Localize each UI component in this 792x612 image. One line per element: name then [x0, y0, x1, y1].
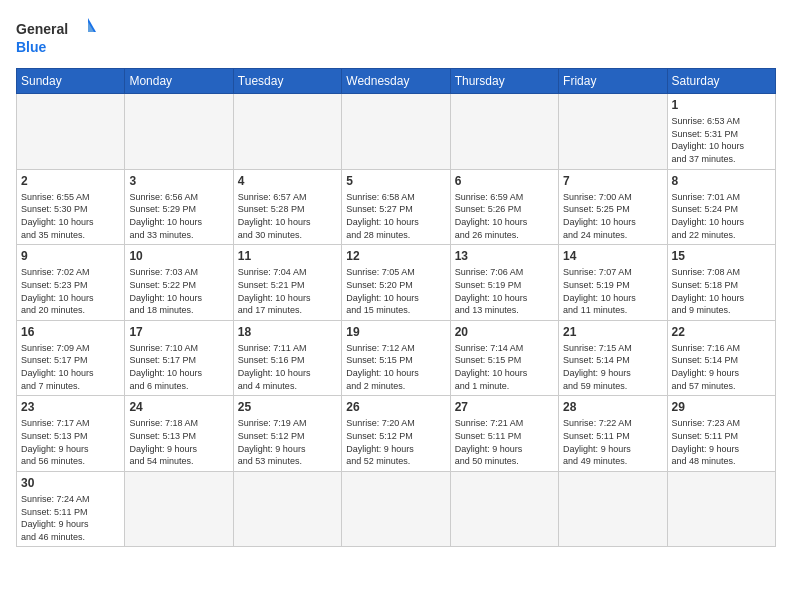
- calendar-cell: 26Sunrise: 7:20 AM Sunset: 5:12 PM Dayli…: [342, 396, 450, 472]
- calendar-cell: 10Sunrise: 7:03 AM Sunset: 5:22 PM Dayli…: [125, 245, 233, 321]
- calendar-cell: [233, 471, 341, 547]
- day-info: Sunrise: 7:08 AM Sunset: 5:18 PM Dayligh…: [672, 266, 771, 316]
- day-number: 1: [672, 97, 771, 113]
- calendar-cell: [233, 94, 341, 170]
- day-info: Sunrise: 7:00 AM Sunset: 5:25 PM Dayligh…: [563, 191, 662, 241]
- weekday-monday: Monday: [125, 69, 233, 94]
- calendar-cell: 8Sunrise: 7:01 AM Sunset: 5:24 PM Daylig…: [667, 169, 775, 245]
- day-number: 15: [672, 248, 771, 264]
- calendar-cell: 16Sunrise: 7:09 AM Sunset: 5:17 PM Dayli…: [17, 320, 125, 396]
- logo-svg: General Blue: [16, 16, 96, 60]
- weekday-saturday: Saturday: [667, 69, 775, 94]
- calendar-cell: 25Sunrise: 7:19 AM Sunset: 5:12 PM Dayli…: [233, 396, 341, 472]
- calendar-cell: [342, 471, 450, 547]
- calendar-cell: 27Sunrise: 7:21 AM Sunset: 5:11 PM Dayli…: [450, 396, 558, 472]
- day-info: Sunrise: 7:12 AM Sunset: 5:15 PM Dayligh…: [346, 342, 445, 392]
- day-number: 14: [563, 248, 662, 264]
- calendar-header: SundayMondayTuesdayWednesdayThursdayFrid…: [17, 69, 776, 94]
- calendar-cell: [559, 471, 667, 547]
- calendar-cell: 7Sunrise: 7:00 AM Sunset: 5:25 PM Daylig…: [559, 169, 667, 245]
- weekday-friday: Friday: [559, 69, 667, 94]
- calendar-cell: 15Sunrise: 7:08 AM Sunset: 5:18 PM Dayli…: [667, 245, 775, 321]
- day-info: Sunrise: 6:57 AM Sunset: 5:28 PM Dayligh…: [238, 191, 337, 241]
- day-number: 24: [129, 399, 228, 415]
- weekday-wednesday: Wednesday: [342, 69, 450, 94]
- svg-text:Blue: Blue: [16, 39, 47, 55]
- day-number: 4: [238, 173, 337, 189]
- day-info: Sunrise: 7:06 AM Sunset: 5:19 PM Dayligh…: [455, 266, 554, 316]
- day-info: Sunrise: 7:18 AM Sunset: 5:13 PM Dayligh…: [129, 417, 228, 467]
- day-info: Sunrise: 7:19 AM Sunset: 5:12 PM Dayligh…: [238, 417, 337, 467]
- day-number: 19: [346, 324, 445, 340]
- header: General Blue: [16, 16, 776, 60]
- day-number: 25: [238, 399, 337, 415]
- day-info: Sunrise: 7:11 AM Sunset: 5:16 PM Dayligh…: [238, 342, 337, 392]
- calendar-cell: 1Sunrise: 6:53 AM Sunset: 5:31 PM Daylig…: [667, 94, 775, 170]
- day-number: 7: [563, 173, 662, 189]
- calendar-cell: 17Sunrise: 7:10 AM Sunset: 5:17 PM Dayli…: [125, 320, 233, 396]
- day-info: Sunrise: 7:07 AM Sunset: 5:19 PM Dayligh…: [563, 266, 662, 316]
- day-info: Sunrise: 7:22 AM Sunset: 5:11 PM Dayligh…: [563, 417, 662, 467]
- calendar-cell: [450, 94, 558, 170]
- day-info: Sunrise: 7:03 AM Sunset: 5:22 PM Dayligh…: [129, 266, 228, 316]
- calendar: SundayMondayTuesdayWednesdayThursdayFrid…: [16, 68, 776, 547]
- calendar-cell: [342, 94, 450, 170]
- calendar-cell: 20Sunrise: 7:14 AM Sunset: 5:15 PM Dayli…: [450, 320, 558, 396]
- day-info: Sunrise: 7:10 AM Sunset: 5:17 PM Dayligh…: [129, 342, 228, 392]
- day-number: 23: [21, 399, 120, 415]
- calendar-cell: 14Sunrise: 7:07 AM Sunset: 5:19 PM Dayli…: [559, 245, 667, 321]
- day-info: Sunrise: 7:23 AM Sunset: 5:11 PM Dayligh…: [672, 417, 771, 467]
- calendar-cell: [667, 471, 775, 547]
- day-number: 27: [455, 399, 554, 415]
- week-row-2: 9Sunrise: 7:02 AM Sunset: 5:23 PM Daylig…: [17, 245, 776, 321]
- day-number: 17: [129, 324, 228, 340]
- calendar-cell: [125, 94, 233, 170]
- day-info: Sunrise: 7:15 AM Sunset: 5:14 PM Dayligh…: [563, 342, 662, 392]
- day-info: Sunrise: 6:53 AM Sunset: 5:31 PM Dayligh…: [672, 115, 771, 165]
- calendar-cell: [17, 94, 125, 170]
- day-number: 9: [21, 248, 120, 264]
- day-number: 16: [21, 324, 120, 340]
- calendar-cell: 5Sunrise: 6:58 AM Sunset: 5:27 PM Daylig…: [342, 169, 450, 245]
- calendar-cell: 22Sunrise: 7:16 AM Sunset: 5:14 PM Dayli…: [667, 320, 775, 396]
- calendar-cell: 2Sunrise: 6:55 AM Sunset: 5:30 PM Daylig…: [17, 169, 125, 245]
- week-row-5: 30Sunrise: 7:24 AM Sunset: 5:11 PM Dayli…: [17, 471, 776, 547]
- calendar-cell: 12Sunrise: 7:05 AM Sunset: 5:20 PM Dayli…: [342, 245, 450, 321]
- day-info: Sunrise: 7:02 AM Sunset: 5:23 PM Dayligh…: [21, 266, 120, 316]
- day-number: 26: [346, 399, 445, 415]
- day-number: 28: [563, 399, 662, 415]
- calendar-cell: [125, 471, 233, 547]
- logo: General Blue: [16, 16, 96, 60]
- day-info: Sunrise: 7:21 AM Sunset: 5:11 PM Dayligh…: [455, 417, 554, 467]
- day-number: 18: [238, 324, 337, 340]
- day-number: 5: [346, 173, 445, 189]
- day-info: Sunrise: 6:55 AM Sunset: 5:30 PM Dayligh…: [21, 191, 120, 241]
- day-number: 12: [346, 248, 445, 264]
- day-info: Sunrise: 6:58 AM Sunset: 5:27 PM Dayligh…: [346, 191, 445, 241]
- day-number: 30: [21, 475, 120, 491]
- day-number: 2: [21, 173, 120, 189]
- week-row-0: 1Sunrise: 6:53 AM Sunset: 5:31 PM Daylig…: [17, 94, 776, 170]
- day-info: Sunrise: 7:17 AM Sunset: 5:13 PM Dayligh…: [21, 417, 120, 467]
- weekday-thursday: Thursday: [450, 69, 558, 94]
- day-number: 20: [455, 324, 554, 340]
- calendar-cell: 9Sunrise: 7:02 AM Sunset: 5:23 PM Daylig…: [17, 245, 125, 321]
- day-number: 11: [238, 248, 337, 264]
- week-row-3: 16Sunrise: 7:09 AM Sunset: 5:17 PM Dayli…: [17, 320, 776, 396]
- calendar-cell: 28Sunrise: 7:22 AM Sunset: 5:11 PM Dayli…: [559, 396, 667, 472]
- calendar-body: 1Sunrise: 6:53 AM Sunset: 5:31 PM Daylig…: [17, 94, 776, 547]
- day-number: 8: [672, 173, 771, 189]
- week-row-4: 23Sunrise: 7:17 AM Sunset: 5:13 PM Dayli…: [17, 396, 776, 472]
- calendar-cell: 21Sunrise: 7:15 AM Sunset: 5:14 PM Dayli…: [559, 320, 667, 396]
- calendar-cell: 18Sunrise: 7:11 AM Sunset: 5:16 PM Dayli…: [233, 320, 341, 396]
- calendar-cell: [559, 94, 667, 170]
- calendar-cell: 19Sunrise: 7:12 AM Sunset: 5:15 PM Dayli…: [342, 320, 450, 396]
- calendar-cell: 11Sunrise: 7:04 AM Sunset: 5:21 PM Dayli…: [233, 245, 341, 321]
- day-info: Sunrise: 7:14 AM Sunset: 5:15 PM Dayligh…: [455, 342, 554, 392]
- page: General Blue SundayMondayTuesdayWednesda…: [0, 0, 792, 612]
- week-row-1: 2Sunrise: 6:55 AM Sunset: 5:30 PM Daylig…: [17, 169, 776, 245]
- day-number: 21: [563, 324, 662, 340]
- weekday-sunday: Sunday: [17, 69, 125, 94]
- calendar-cell: 24Sunrise: 7:18 AM Sunset: 5:13 PM Dayli…: [125, 396, 233, 472]
- day-info: Sunrise: 7:16 AM Sunset: 5:14 PM Dayligh…: [672, 342, 771, 392]
